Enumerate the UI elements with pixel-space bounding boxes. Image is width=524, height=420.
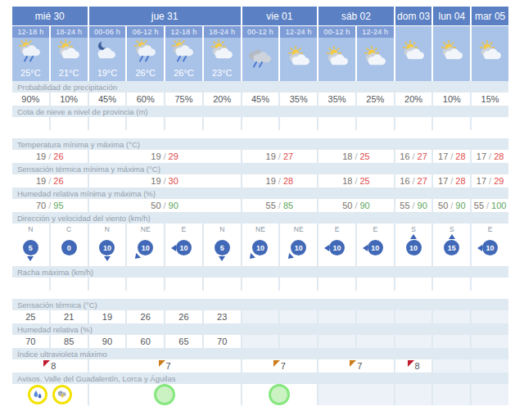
row-label-precipitation: Probabilidad de precipitación [12, 81, 508, 93]
wind-direction: S [411, 225, 416, 234]
min-value: 19 [266, 176, 276, 186]
wind-arrow-icon [133, 253, 141, 261]
temperature-label: 21°C [59, 68, 79, 78]
row-label-text: Cota de nieve a nivel de provincia (m) [17, 107, 147, 116]
value-cell [395, 335, 432, 348]
wind-cell: S10 [395, 224, 432, 266]
value-text: 60% [137, 94, 155, 104]
min-value: 17 [477, 151, 486, 161]
row-label-uv: Índice ultravioleta máximo [12, 348, 508, 359]
row-label-warnings: Avisos. Valle del Guadalentín, Lorca y Á… [12, 373, 508, 384]
value-text: 60 [141, 336, 151, 346]
value-cell [357, 117, 394, 130]
value-cell: 65 [165, 335, 202, 348]
wind-cell: N5 [204, 224, 241, 266]
wind-indicator: 10 [285, 234, 312, 261]
value-cell [433, 335, 470, 348]
value-cell: 70 [12, 335, 49, 348]
no-warning-icon [269, 384, 290, 405]
max-value: 90 [169, 201, 178, 210]
forecast-column [472, 26, 508, 81]
row-feels: 252119262623 [12, 310, 508, 323]
time-period-label: 00-12 h [247, 28, 273, 36]
wind-speed-badge: 10 [252, 240, 268, 255]
value-cell [318, 278, 355, 291]
warning-cell [12, 384, 88, 405]
wind-speed-badge: 10 [176, 240, 192, 255]
min-value: 50 [438, 201, 448, 210]
minmax-cell: 17/29 [472, 174, 508, 187]
max-value: 27 [418, 151, 427, 161]
weather-iconbox [433, 26, 470, 81]
forecast-column [433, 26, 470, 81]
time-period: 12-18 h [165, 26, 202, 38]
value-cell [51, 278, 88, 291]
day-header: sáb 02 [318, 7, 394, 25]
row-uv: 87778 [12, 359, 508, 373]
time-period: 00-06 h [89, 26, 126, 38]
wind-direction: E [335, 225, 340, 234]
uv-value: 7 [357, 361, 362, 371]
value-text: 10% [443, 94, 461, 104]
minmax-cell: 55/90 [395, 199, 432, 212]
uv-cell [472, 359, 508, 373]
time-period-label: 18-24 h [209, 28, 235, 36]
warning-cell [242, 384, 318, 405]
storm-warning-icon [52, 385, 72, 404]
value-cell [433, 278, 470, 291]
forecast-band: 12-18 h25°C18-24 h21°C00-06 h19°C06-12 h… [12, 26, 508, 81]
value-text: 35% [290, 94, 308, 104]
value-cell: 10% [51, 93, 88, 106]
uv-cell [433, 359, 470, 373]
sun-cloud-icon [438, 40, 466, 67]
time-period: 12-24 h [357, 26, 394, 38]
day-header-row: mié 30jue 31vie 01sáb 02dom 03lun 04mar … [12, 7, 508, 25]
value-cell [433, 117, 470, 130]
value-cell [12, 117, 49, 130]
value-text: 26 [178, 312, 188, 322]
time-period-label: 12-24 h [362, 28, 388, 36]
min-value: 19 [151, 151, 160, 161]
sun-cloud-icon [477, 40, 504, 67]
minmax-cell: 18/25 [318, 174, 394, 187]
wind-indicator: 10 [362, 234, 389, 261]
sun-cloud-icon [285, 46, 313, 73]
minmax-cell: 19/28 [242, 174, 318, 187]
value-text: 20% [213, 94, 231, 104]
value-cell [12, 278, 49, 291]
max-value: 100 [491, 201, 506, 210]
sun-cloud-rain-icon [169, 39, 197, 66]
wind-direction: N [219, 225, 224, 234]
time-period: 18-24 h [51, 26, 88, 38]
uv-cell: 8 [395, 359, 432, 373]
forecast-column: 00-12 h [242, 26, 279, 81]
value-text: 26 [141, 312, 151, 322]
min-value: 19 [36, 151, 46, 161]
value-cell: 35% [280, 93, 317, 106]
slash-separator: / [355, 151, 357, 161]
wind-direction: S [449, 225, 454, 234]
value-cell [242, 335, 279, 348]
slash-separator: / [278, 151, 281, 161]
min-value: 70 [36, 201, 46, 210]
max-value: 27 [418, 176, 427, 186]
slash-separator: / [164, 151, 166, 161]
wind-cell: N10 [89, 224, 126, 266]
forecast-column: 00-12 h [318, 26, 355, 81]
value-cell [242, 310, 279, 323]
value-text: 21 [64, 312, 74, 322]
uv-value: 7 [166, 361, 171, 371]
value-cell: 75% [165, 93, 202, 106]
value-text: 90 [102, 336, 112, 346]
max-value: 28 [494, 151, 504, 161]
wind-indicator: 10 [170, 234, 197, 261]
value-cell [51, 117, 88, 130]
wind-arrow-icon [324, 245, 329, 251]
value-cell: 45% [242, 93, 279, 106]
value-text: 45% [251, 94, 269, 104]
value-cell [318, 310, 355, 323]
value-cell: 90 [89, 335, 126, 348]
weather-iconbox [242, 38, 279, 81]
forecast-column: 12-24 h [357, 26, 394, 81]
time-period: 06-12 h [127, 26, 164, 38]
